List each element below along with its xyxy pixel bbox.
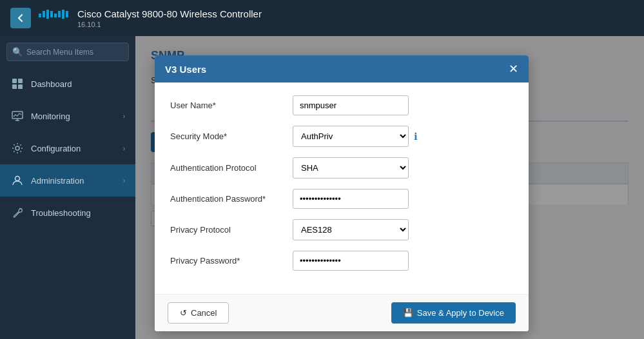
svg-rect-10 (12, 84, 17, 89)
sidebar-label-troubleshooting: Troubleshooting (31, 208, 125, 218)
svg-rect-8 (12, 79, 17, 83)
svg-rect-0 (39, 14, 41, 17)
svg-rect-2 (46, 10, 49, 19)
wrench-icon (10, 206, 24, 220)
search-icon: 🔍 (12, 47, 23, 57)
modal-close-button[interactable]: ✕ (509, 63, 518, 75)
auth-password-label: Authentication Password* (170, 194, 293, 204)
undo-icon: ↺ (180, 308, 187, 318)
svg-rect-5 (58, 11, 61, 17)
sidebar-item-monitoring[interactable]: Monitoring › (0, 100, 135, 132)
modal-header: V3 Users ✕ (155, 55, 529, 82)
sidebar-item-administration[interactable]: Administration › (0, 164, 135, 197)
header-title: Cisco Catalyst 9800-80 Wireless Controll… (77, 8, 262, 19)
cisco-logo (39, 8, 70, 28)
content-area: SNMP SNMP Mode ENABLED 👁 General Communi… (135, 36, 644, 339)
svg-rect-9 (18, 79, 23, 83)
svg-rect-3 (50, 11, 53, 17)
v3-users-modal: V3 Users ✕ User Name* Security Mode* NoA… (155, 55, 529, 331)
auth-protocol-label: Authentication Protocol (170, 163, 293, 173)
auth-protocol-select[interactable]: MD5 SHA (293, 157, 409, 179)
privacy-protocol-label: Privacy Protocol (170, 225, 293, 235)
username-input[interactable] (293, 95, 409, 115)
modal-footer: ↺ Cancel 💾 Save & Apply to Device (155, 294, 529, 331)
sidebar-label-dashboard: Dashboard (31, 79, 125, 89)
privacy-password-input[interactable] (293, 251, 409, 271)
modal-body: User Name* Security Mode* NoAuthNoPriv A… (155, 82, 529, 294)
sidebar-item-troubleshooting[interactable]: Troubleshooting (0, 197, 135, 229)
username-row: User Name* (170, 95, 513, 115)
save-icon: 💾 (403, 308, 413, 318)
chevron-right-icon: › (123, 113, 125, 120)
top-header: Cisco Catalyst 9800-80 Wireless Controll… (0, 0, 644, 36)
svg-point-15 (15, 146, 19, 150)
svg-rect-12 (12, 111, 23, 119)
auth-password-row: Authentication Password* (170, 189, 513, 209)
auth-password-input[interactable] (293, 189, 409, 209)
sidebar-item-configuration[interactable]: Configuration › (0, 132, 135, 164)
privacy-password-label: Privacy Password* (170, 256, 293, 266)
privacy-protocol-select[interactable]: DES AES128 AES256 (293, 219, 409, 240)
auth-protocol-row: Authentication Protocol MD5 SHA (170, 157, 513, 179)
chevron-right-icon-2: › (123, 145, 125, 152)
svg-rect-6 (62, 10, 64, 19)
search-box[interactable]: 🔍 (6, 43, 129, 61)
security-mode-row: Security Mode* NoAuthNoPriv AuthNoPriv A… (170, 126, 513, 147)
security-mode-label: Security Mode* (170, 131, 293, 141)
modal-overlay: V3 Users ✕ User Name* Security Mode* NoA… (135, 36, 644, 339)
svg-rect-1 (43, 11, 45, 17)
save-label: Save & Apply to Device (417, 308, 504, 318)
search-input[interactable] (26, 48, 123, 57)
security-mode-select[interactable]: NoAuthNoPriv AuthNoPriv AuthPriv (293, 126, 409, 147)
cancel-button[interactable]: ↺ Cancel (168, 302, 229, 324)
save-apply-button[interactable]: 💾 Save & Apply to Device (391, 302, 516, 324)
sidebar-label-configuration: Configuration (31, 144, 123, 153)
privacy-protocol-row: Privacy Protocol DES AES128 AES256 (170, 219, 513, 240)
header-version: 16.10.1 (77, 21, 262, 28)
svg-rect-4 (54, 14, 57, 17)
cancel-label: Cancel (191, 308, 217, 318)
username-label: User Name* (170, 101, 293, 110)
modal-title: V3 Users (165, 64, 206, 75)
back-button[interactable] (10, 8, 31, 28)
monitor-icon (10, 109, 24, 123)
svg-rect-11 (18, 84, 23, 89)
sidebar-item-dashboard[interactable]: Dashboard (0, 68, 135, 100)
sidebar-label-administration: Administration (31, 176, 123, 186)
chevron-right-icon-3: › (123, 177, 125, 184)
sidebar-label-monitoring: Monitoring (31, 111, 123, 121)
svg-point-16 (15, 177, 20, 181)
gear-icon (10, 141, 24, 155)
svg-rect-7 (66, 11, 68, 17)
privacy-password-row: Privacy Password* (170, 251, 513, 271)
sidebar: 🔍 Dashboard (0, 36, 135, 339)
admin-icon (10, 173, 24, 188)
grid-icon (10, 77, 24, 91)
info-icon[interactable]: ℹ (414, 131, 418, 142)
